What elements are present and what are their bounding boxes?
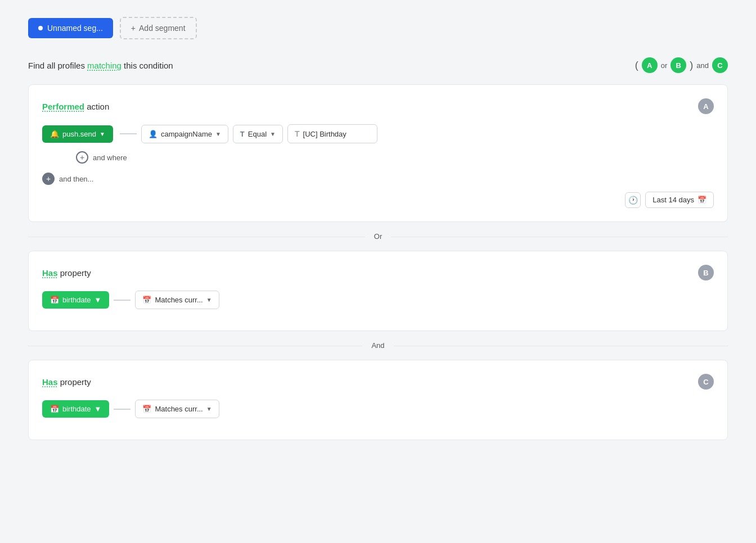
time-filter-label: Last 14 days <box>652 196 694 204</box>
close-bracket: ) <box>690 60 693 71</box>
connector-line-1 <box>120 133 137 134</box>
or-label: or <box>661 61 668 70</box>
calendar-b-icon: 📅 <box>50 296 59 304</box>
badge-a: A <box>642 57 658 73</box>
add-icon: + <box>131 24 136 33</box>
matches-curr-b-label: Matches curr... <box>155 296 202 304</box>
push-icon: 🔔 <box>50 130 59 138</box>
condition-badges: ( A or B ) and C <box>635 57 728 73</box>
and-then-row: + and then... <box>42 173 714 185</box>
equal-chevron-icon: ▼ <box>270 131 276 137</box>
value-text: [UC] Birthday <box>303 130 346 138</box>
matches-b-chevron-icon: ▼ <box>206 297 212 303</box>
section-b-header: Has property B <box>42 265 714 280</box>
t-icon-value: T <box>295 129 300 138</box>
tabs-row: Unnamed seg... + Add segment <box>28 17 728 39</box>
value-input[interactable]: T [UC] Birthday <box>287 124 377 143</box>
or-label-text: Or <box>365 232 391 241</box>
calendar-matches-c-icon: 📅 <box>142 405 151 413</box>
add-segment-tab[interactable]: + Add segment <box>120 17 197 39</box>
section-a-header: Performed action A <box>42 98 714 114</box>
header-prefix: Find all profiles <box>28 61 85 70</box>
connector-b-line <box>114 300 130 301</box>
calendar-icon: 📅 <box>698 196 706 204</box>
header-suffix: this condition <box>124 61 173 70</box>
connector-c-line <box>114 409 130 410</box>
campaign-name-dropdown[interactable]: 👤 campaignName ▼ <box>141 125 228 143</box>
section-c-header: Has property C <box>42 374 714 390</box>
birthdate-c-chevron-icon: ▼ <box>94 405 102 413</box>
section-a-title: Performed action <box>42 102 109 111</box>
tab-dot <box>38 26 43 30</box>
active-tab[interactable]: Unnamed seg... <box>28 18 113 38</box>
section-b-controls: 📅 birthdate ▼ 📅 Matches curr... ▼ <box>42 291 714 309</box>
and-then-label: and then... <box>59 175 93 183</box>
and-where-row: + and where <box>76 151 714 164</box>
campaign-name-label: campaignName <box>161 130 212 138</box>
birthdate-b-label: birthdate <box>62 296 91 304</box>
section-c: Has property C 📅 birthdate ▼ 📅 Matches c… <box>28 360 728 440</box>
matches-c-chevron-icon: ▼ <box>206 406 212 412</box>
open-bracket: ( <box>635 60 638 71</box>
section-c-controls: 📅 birthdate ▼ 📅 Matches curr... ▼ <box>42 400 714 418</box>
clock-icon[interactable]: 🕐 <box>625 192 641 208</box>
section-c-title-rest: property <box>60 377 91 387</box>
birthdate-c-button[interactable]: 📅 birthdate ▼ <box>42 400 109 418</box>
add-where-button[interactable]: + <box>76 151 88 164</box>
and-label-text: And <box>362 341 393 350</box>
active-tab-label: Unnamed seg... <box>47 24 103 33</box>
section-a-controls: 🔔 push.send ▼ 👤 campaignName ▼ T Equal ▼… <box>42 124 714 143</box>
equal-dropdown[interactable]: T Equal ▼ <box>233 125 283 143</box>
equal-label: Equal <box>248 130 267 138</box>
and-where-label: and where <box>93 153 127 162</box>
add-then-button[interactable]: + <box>42 173 55 185</box>
section-c-keyword: Has <box>42 377 58 387</box>
section-b-title: Has property <box>42 268 91 278</box>
badge-c: C <box>712 57 728 73</box>
header-text: Find all profiles matching this conditio… <box>28 61 173 70</box>
chevron-down-icon: ▼ <box>100 131 105 137</box>
calendar-matches-b-icon: 📅 <box>142 296 151 304</box>
section-b-badge: B <box>698 265 714 280</box>
push-send-button[interactable]: 🔔 push.send ▼ <box>42 125 113 143</box>
badge-b: B <box>670 57 686 73</box>
t-icon-equal: T <box>240 130 245 138</box>
campaign-chevron-icon: ▼ <box>215 131 221 137</box>
or-divider: Or <box>28 222 728 251</box>
section-b: Has property B 📅 birthdate ▼ 📅 Matches c… <box>28 251 728 331</box>
push-send-label: push.send <box>62 130 96 138</box>
time-filter-row: 🕐 Last 14 days 📅 <box>42 192 714 208</box>
section-a-keyword: Performed <box>42 102 84 111</box>
header-matching: matching <box>87 61 122 70</box>
birthdate-b-button[interactable]: 📅 birthdate ▼ <box>42 291 109 309</box>
section-a-badge: A <box>698 98 714 114</box>
section-a: Performed action A 🔔 push.send ▼ 👤 campa… <box>28 84 728 222</box>
section-c-badge: C <box>698 374 714 390</box>
section-c-title: Has property <box>42 377 91 387</box>
header-row: Find all profiles matching this conditio… <box>28 57 728 73</box>
section-a-title-rest: action <box>87 102 109 111</box>
matches-curr-b-dropdown[interactable]: 📅 Matches curr... ▼ <box>135 291 219 309</box>
person-icon: 👤 <box>148 130 158 138</box>
time-filter-button[interactable]: Last 14 days 📅 <box>645 192 714 208</box>
birthdate-b-chevron-icon: ▼ <box>94 296 102 304</box>
section-b-title-rest: property <box>60 268 91 278</box>
matches-curr-c-dropdown[interactable]: 📅 Matches curr... ▼ <box>135 400 219 418</box>
calendar-c-icon: 📅 <box>50 405 59 413</box>
birthdate-c-label: birthdate <box>62 405 91 413</box>
section-b-keyword: Has <box>42 268 58 278</box>
matches-curr-c-label: Matches curr... <box>155 405 202 413</box>
add-segment-label: Add segment <box>139 24 186 33</box>
and-label: and <box>696 61 709 70</box>
and-divider: And <box>28 331 728 360</box>
